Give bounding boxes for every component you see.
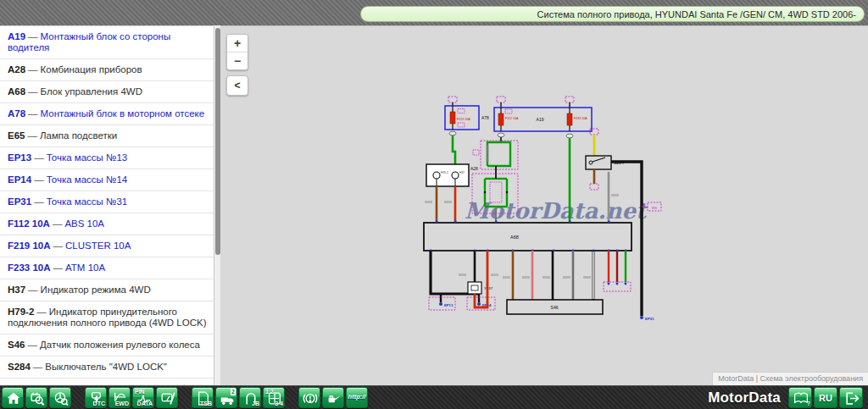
sidebar-item-f112[interactable]: F112 10A—ABS 10A <box>0 213 214 235</box>
component-code: E65 <box>8 130 25 141</box>
top-bar: Система полного привода, HYUNDAI Santa F… <box>0 0 868 25</box>
sidebar-item-h37: H37—Индикатор режима 4WD <box>0 279 214 301</box>
vehicle-search-button[interactable] <box>25 387 47 408</box>
brakes-button[interactable] <box>298 387 320 408</box>
component-code: H37 <box>8 285 25 295</box>
language-code: RU <box>815 393 837 403</box>
component-code: A28 <box>8 64 25 75</box>
data-label: DATA <box>137 401 153 407</box>
sidebar-item-ep31[interactable]: EP31—Точка массы №31 <box>0 191 214 213</box>
zoom-in-button[interactable]: + <box>227 35 248 52</box>
ewd-button[interactable]: EWD <box>108 387 131 408</box>
component-code: A19 <box>8 31 25 41</box>
switch-s284: S284 <box>586 135 624 184</box>
body-repair-badge: 2 <box>231 389 236 395</box>
dtc-button[interactable]: DTC <box>85 387 107 408</box>
cluster-a28: H79-2 H37 A28 <box>426 164 478 186</box>
separator: — <box>34 152 44 163</box>
diagnostics-button[interactable] <box>156 387 178 408</box>
cluster-output-wires <box>425 186 455 223</box>
component-code: A78 <box>8 108 25 119</box>
body-repair-button[interactable]: 2 <box>215 387 237 408</box>
tsb-label: TSB <box>200 401 212 407</box>
pin-data-button[interactable]: PIN DATA <box>132 387 154 408</box>
pins-row2-label: 3 4 <box>275 401 283 407</box>
viewer-status-bar: MotorData | Схема электрооборудования <box>712 372 868 385</box>
separator: — <box>28 64 38 75</box>
component-label: Точка массы №13 <box>47 152 128 163</box>
dtc-label: DTC <box>93 401 105 407</box>
sidebar-item-s284: S284—Выключатель "4WD LOCK" <box>0 356 214 379</box>
box-a68-label: A68 <box>510 235 519 240</box>
control-unit-a68: A68 <box>424 221 632 251</box>
help-button[interactable]: ? <box>788 387 812 408</box>
jb-label: JB <box>252 401 259 407</box>
component-code: EP13 <box>8 152 31 163</box>
maintenance-button[interactable] <box>322 387 344 408</box>
links-button[interactable]: http:// <box>346 387 368 408</box>
box-a19-label: A19 <box>537 117 544 122</box>
separator: — <box>27 340 37 350</box>
component-label: Точка массы №14 <box>47 174 128 185</box>
component-label: ATM 10A <box>65 263 105 273</box>
component-code: H79-2 <box>8 307 34 317</box>
schema-title-banner: Система полного привода, HYUNDAI Santa F… <box>360 6 865 22</box>
collapse-sidebar-button[interactable]: < <box>226 75 248 96</box>
component-label: ABS 10A <box>64 218 104 229</box>
exit-button[interactable] <box>839 387 863 408</box>
zoom-out-button[interactable]: − <box>227 52 248 69</box>
sidebar-item-y137: Y137—Электромагнитный клапан муфты подкл… <box>0 379 214 385</box>
sidebar-item-e65: E65—Лампа подсветки <box>0 125 214 147</box>
fuse-f233-label: F233 10A <box>574 117 587 120</box>
sidebar-item-s46: S46—Датчик положения рулевого колеса <box>0 334 214 356</box>
component-label: Датчик положения рулевого колеса <box>40 340 200 350</box>
watermark: MotorData.net <box>465 198 648 224</box>
sidebar-item-f219[interactable]: F219 10A—CLUSTER 10A <box>0 235 214 257</box>
ground-ep13-label: EP13 <box>444 303 453 307</box>
lamp-h37-label: H37 <box>459 171 465 174</box>
home-button[interactable] <box>2 387 24 408</box>
sidebar-item-ep13[interactable]: EP13—Точка массы №13 <box>0 147 214 169</box>
separator: — <box>34 196 44 207</box>
separator: — <box>33 362 43 372</box>
box-a78-label: A78 <box>481 115 489 120</box>
component-code: S46 <box>8 340 25 350</box>
pins-row1-label: 1 2 <box>265 389 274 395</box>
connectors-button[interactable]: 1 2 3 4 <box>263 387 285 408</box>
diagram-canvas[interactable]: + − < MotorData.net <box>220 25 868 385</box>
language-button[interactable]: RU <box>814 387 837 408</box>
sidebar-item-a68: A68—Блок управления 4WD <box>0 81 214 103</box>
component-label: Блок управления 4WD <box>41 86 142 97</box>
separator: — <box>53 218 63 229</box>
model-search-button[interactable] <box>49 387 71 408</box>
wiring-diagram[interactable]: MotorData.net <box>420 94 674 344</box>
junction-box-button[interactable]: JB <box>239 387 261 408</box>
tsb-button[interactable]: TSB <box>192 387 214 408</box>
fuse-box-a19: F112 10A F233 10A A19 <box>494 108 592 138</box>
motordata-brand: MotorData <box>708 390 781 406</box>
sidebar-item-a19[interactable]: A19—Монтажный блок со стороны водителя <box>0 26 214 59</box>
component-label: Комбинация приборов <box>41 64 142 75</box>
fuse-f112-label: F112 10A <box>505 117 519 120</box>
component-code: F233 10A <box>8 263 51 273</box>
top-connector-markers <box>448 97 598 190</box>
sidebar-item-f233[interactable]: F233 10A—ATM 10A <box>0 257 214 279</box>
component-code: S284 <box>8 362 31 372</box>
component-code: A68 <box>8 86 25 97</box>
help-question-label: ? <box>807 401 810 407</box>
main-area: A19—Монтажный блок со стороны водителя A… <box>0 25 868 385</box>
sidebar-item-a78[interactable]: A78—Монтажный блок в моторном отсеке <box>0 103 214 125</box>
ewd-label: EWD <box>115 401 129 407</box>
box-y137-label: Y137 <box>484 286 493 290</box>
sensor-s46: S46 <box>503 251 603 314</box>
pin-label: PIN <box>135 389 145 395</box>
component-code: F112 10A <box>8 218 50 229</box>
ground-route-ep31: EP31 <box>611 162 654 321</box>
separator: — <box>53 240 64 251</box>
separator: — <box>53 263 64 273</box>
http-label: http:// <box>347 394 367 401</box>
sidebar-scrollbar[interactable] <box>214 25 220 385</box>
sidebar-item-ep14[interactable]: EP14—Точка массы №14 <box>0 169 214 191</box>
separator: — <box>34 174 44 185</box>
ground-ep31-label: EP31 <box>645 317 654 321</box>
